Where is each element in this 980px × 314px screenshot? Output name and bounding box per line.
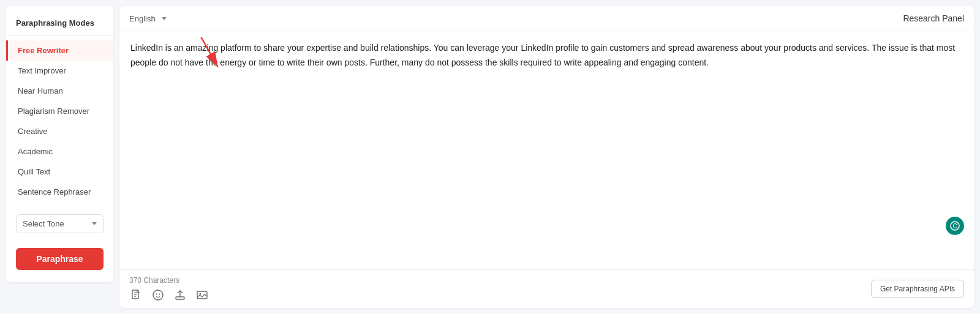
language-select-button[interactable]: English xyxy=(129,14,167,23)
sidebar-item-free-rewriter[interactable]: Free Rewriter xyxy=(6,40,113,61)
sidebar-item-plagiarism-remover[interactable]: Plagiarism Remover xyxy=(6,101,113,121)
content-header: English Research Panel xyxy=(119,6,974,31)
sidebar-item-quill-text[interactable]: Quill Text xyxy=(6,162,113,182)
svg-rect-11 xyxy=(176,297,184,299)
chevron-down-icon xyxy=(162,17,167,20)
image-icon[interactable] xyxy=(195,288,209,302)
svg-point-8 xyxy=(153,290,163,300)
get-api-button[interactable]: Get Paraphrasing APIs xyxy=(871,280,964,298)
file-icon[interactable] xyxy=(129,288,143,302)
text-area: LinkedIn is an amazing platform to share… xyxy=(119,31,974,269)
svg-text:C: C xyxy=(952,223,957,230)
chevron-down-icon xyxy=(92,222,97,225)
paraphrase-button[interactable]: Paraphrase xyxy=(16,248,104,270)
content-footer: 370 Characters xyxy=(119,269,974,308)
svg-point-14 xyxy=(200,293,202,295)
emoji-icon[interactable] xyxy=(151,288,165,302)
sidebar: Paraphrasing Modes Free Rewriter Text Im… xyxy=(6,6,113,282)
sidebar-item-near-human[interactable]: Near Human xyxy=(6,81,113,101)
char-count: 370 Characters xyxy=(129,276,209,285)
svg-point-9 xyxy=(156,294,157,295)
teal-circle-icon[interactable]: C xyxy=(946,217,964,235)
sidebar-item-creative[interactable]: Creative xyxy=(6,121,113,141)
tone-select-button[interactable]: Select Tone xyxy=(16,214,104,233)
sidebar-item-sentence-rephraser[interactable]: Sentence Rephraser xyxy=(6,182,113,202)
content-area: English Research Panel LinkedIn is an am… xyxy=(119,6,974,308)
sidebar-item-text-improver[interactable]: Text Improver xyxy=(6,61,113,81)
upload-icon[interactable] xyxy=(173,288,187,302)
content-text: LinkedIn is an amazing platform to share… xyxy=(130,41,963,70)
footer-icons xyxy=(129,288,209,302)
sidebar-title: Paraphrasing Modes xyxy=(6,13,113,36)
research-panel-link[interactable]: Research Panel xyxy=(903,13,964,23)
teal-icon-svg: C xyxy=(950,221,960,231)
svg-point-10 xyxy=(159,294,160,295)
tone-select-wrapper: Select Tone xyxy=(6,207,113,241)
sidebar-item-academic[interactable]: Academic xyxy=(6,141,113,162)
